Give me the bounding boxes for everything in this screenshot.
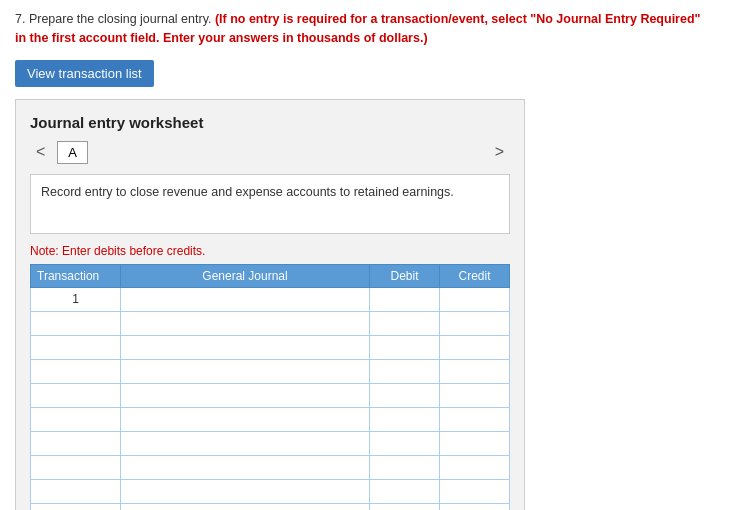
table-row bbox=[31, 383, 510, 407]
general-journal-input[interactable] bbox=[125, 408, 365, 431]
credit-cell[interactable] bbox=[440, 407, 510, 431]
transaction-cell bbox=[31, 455, 121, 479]
general-journal-input[interactable] bbox=[125, 360, 365, 383]
table-row bbox=[31, 479, 510, 503]
transaction-cell bbox=[31, 359, 121, 383]
transaction-cell bbox=[31, 311, 121, 335]
credit-cell[interactable] bbox=[440, 335, 510, 359]
credit-cell[interactable] bbox=[440, 383, 510, 407]
debit-input[interactable] bbox=[374, 312, 435, 335]
credit-cell[interactable] bbox=[440, 479, 510, 503]
debit-input[interactable] bbox=[374, 480, 435, 503]
instruction-number: 7. bbox=[15, 12, 25, 26]
debit-cell[interactable] bbox=[370, 431, 440, 455]
table-row bbox=[31, 407, 510, 431]
transaction-cell bbox=[31, 503, 121, 510]
table-row bbox=[31, 503, 510, 510]
transaction-cell bbox=[31, 431, 121, 455]
credit-input[interactable] bbox=[444, 360, 505, 383]
general-journal-input[interactable] bbox=[125, 480, 365, 503]
credit-input[interactable] bbox=[444, 456, 505, 479]
transaction-cell: 1 bbox=[31, 287, 121, 311]
debit-cell[interactable] bbox=[370, 311, 440, 335]
credit-input[interactable] bbox=[444, 384, 505, 407]
debit-input[interactable] bbox=[374, 384, 435, 407]
general-journal-cell[interactable] bbox=[121, 431, 370, 455]
debit-input[interactable] bbox=[374, 504, 435, 511]
general-journal-cell[interactable] bbox=[121, 335, 370, 359]
debit-input[interactable] bbox=[374, 288, 435, 311]
debit-input[interactable] bbox=[374, 432, 435, 455]
instructions: 7. Prepare the closing journal entry. (I… bbox=[15, 10, 715, 48]
general-journal-cell[interactable] bbox=[121, 479, 370, 503]
general-journal-cell[interactable] bbox=[121, 383, 370, 407]
general-journal-input[interactable] bbox=[125, 456, 365, 479]
credit-input[interactable] bbox=[444, 480, 505, 503]
debit-cell[interactable] bbox=[370, 383, 440, 407]
general-journal-cell[interactable] bbox=[121, 359, 370, 383]
table-row bbox=[31, 311, 510, 335]
credit-input[interactable] bbox=[444, 336, 505, 359]
transaction-cell bbox=[31, 407, 121, 431]
credit-input[interactable] bbox=[444, 312, 505, 335]
transaction-cell bbox=[31, 335, 121, 359]
description-box: Record entry to close revenue and expens… bbox=[30, 174, 510, 234]
general-journal-input[interactable] bbox=[125, 336, 365, 359]
general-journal-input[interactable] bbox=[125, 504, 365, 511]
col-general-journal: General Journal bbox=[121, 264, 370, 287]
debit-cell[interactable] bbox=[370, 407, 440, 431]
debit-cell[interactable] bbox=[370, 335, 440, 359]
general-journal-cell[interactable] bbox=[121, 311, 370, 335]
description-text: Record entry to close revenue and expens… bbox=[41, 185, 454, 199]
credit-cell[interactable] bbox=[440, 455, 510, 479]
view-transaction-button[interactable]: View transaction list bbox=[15, 60, 154, 87]
general-journal-input[interactable] bbox=[125, 384, 365, 407]
credit-cell[interactable] bbox=[440, 503, 510, 510]
credit-input[interactable] bbox=[444, 288, 505, 311]
nav-left-arrow[interactable]: < bbox=[30, 141, 51, 163]
general-journal-cell[interactable] bbox=[121, 407, 370, 431]
col-debit: Debit bbox=[370, 264, 440, 287]
general-journal-input[interactable] bbox=[125, 312, 365, 335]
table-row bbox=[31, 455, 510, 479]
debit-cell[interactable] bbox=[370, 503, 440, 510]
debit-input[interactable] bbox=[374, 408, 435, 431]
credit-cell[interactable] bbox=[440, 359, 510, 383]
general-journal-cell[interactable] bbox=[121, 503, 370, 510]
col-transaction: Transaction bbox=[31, 264, 121, 287]
credit-cell[interactable] bbox=[440, 311, 510, 335]
tab-a[interactable]: A bbox=[57, 141, 88, 164]
debit-cell[interactable] bbox=[370, 359, 440, 383]
table-row bbox=[31, 359, 510, 383]
debit-input[interactable] bbox=[374, 336, 435, 359]
credit-input[interactable] bbox=[444, 408, 505, 431]
table-row bbox=[31, 431, 510, 455]
journal-table: Transaction General Journal Debit Credit… bbox=[30, 264, 510, 511]
table-row: 1 bbox=[31, 287, 510, 311]
general-journal-input[interactable] bbox=[125, 432, 365, 455]
debit-cell[interactable] bbox=[370, 287, 440, 311]
debit-cell[interactable] bbox=[370, 479, 440, 503]
note-text: Note: Enter debits before credits. bbox=[30, 244, 510, 258]
general-journal-input[interactable] bbox=[125, 288, 365, 311]
worksheet-container: Journal entry worksheet < A > Record ent… bbox=[15, 99, 525, 511]
debit-input[interactable] bbox=[374, 456, 435, 479]
general-journal-cell[interactable] bbox=[121, 455, 370, 479]
credit-input[interactable] bbox=[444, 504, 505, 511]
credit-input[interactable] bbox=[444, 432, 505, 455]
debit-cell[interactable] bbox=[370, 455, 440, 479]
worksheet-title: Journal entry worksheet bbox=[30, 114, 510, 131]
credit-cell[interactable] bbox=[440, 287, 510, 311]
table-row bbox=[31, 335, 510, 359]
transaction-cell bbox=[31, 479, 121, 503]
col-credit: Credit bbox=[440, 264, 510, 287]
nav-right-arrow[interactable]: > bbox=[489, 141, 510, 163]
debit-input[interactable] bbox=[374, 360, 435, 383]
nav-row: < A > bbox=[30, 141, 510, 164]
instruction-main: Prepare the closing journal entry. bbox=[29, 12, 215, 26]
transaction-cell bbox=[31, 383, 121, 407]
credit-cell[interactable] bbox=[440, 431, 510, 455]
general-journal-cell[interactable] bbox=[121, 287, 370, 311]
